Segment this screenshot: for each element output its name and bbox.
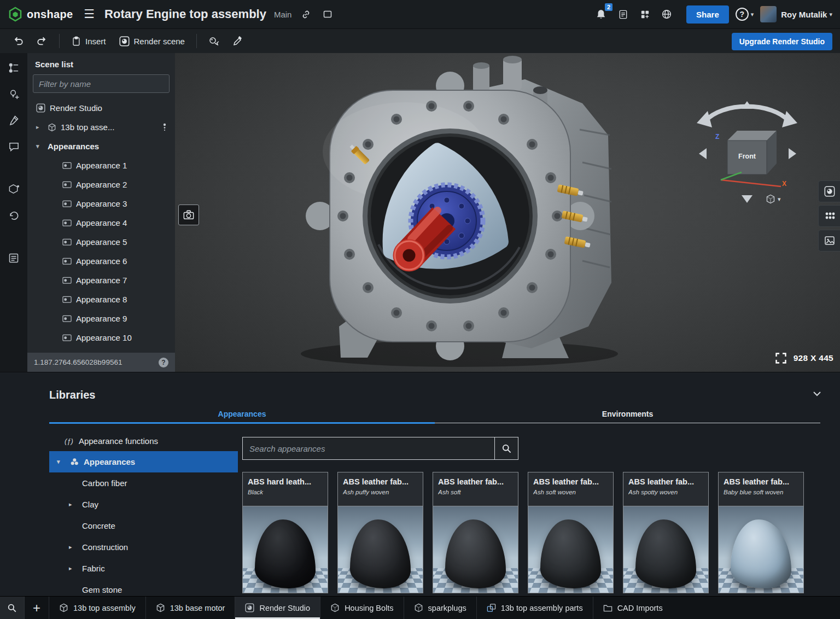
appearance-functions-row[interactable]: (ƒ) Appearance functions (49, 430, 238, 451)
appearance-variant: Ash spotty woven (628, 489, 703, 495)
scene-appearance-item[interactable]: Appearance 5 (27, 232, 175, 252)
user-menu[interactable]: Roy Mutalik (760, 6, 832, 22)
main-menu-icon[interactable]: ☰ (84, 8, 95, 20)
insert-label: Insert (85, 37, 106, 46)
appearance-search-input[interactable] (242, 437, 495, 460)
render-queue-icon[interactable] (3, 249, 25, 267)
scene-list-panel-icon[interactable] (3, 59, 25, 77)
appearance-name: ABS leather fab... (724, 477, 798, 486)
appearance-card[interactable]: ABS leather fab... Ash puffy woven (337, 472, 423, 593)
tree-item-label: Fabric (82, 564, 105, 573)
library-tree-item[interactable]: Appearances (49, 451, 238, 472)
upgrade-render-studio-button[interactable]: Upgrade Render Studio (732, 33, 832, 50)
light-indicator-icon[interactable] (162, 123, 167, 132)
document-tab[interactable]: Render Studio (235, 597, 320, 619)
library-tree-item[interactable]: Gem stone (49, 579, 238, 596)
apply-appearance-button[interactable] (203, 32, 224, 50)
tree-chevron-icon[interactable] (69, 501, 78, 508)
document-tab[interactable]: CAD Imports (593, 597, 673, 619)
tab-type-icon (59, 603, 68, 612)
appearance-brush-icon[interactable] (3, 111, 25, 130)
scene-appearance-item[interactable]: Appearance 2 (27, 175, 175, 194)
undo-button[interactable] (8, 32, 28, 50)
snapshot-gallery-button[interactable] (818, 230, 840, 252)
render-viewport[interactable]: Front Z X (175, 53, 840, 372)
versions-icon[interactable] (320, 7, 335, 22)
document-tab[interactable]: 13b top assembly (49, 597, 145, 619)
add-light-icon[interactable] (3, 85, 25, 103)
appearance-name: ABS leather fab... (533, 477, 608, 486)
help-menu[interactable]: ? (736, 8, 754, 21)
notifications-button[interactable]: 2 (593, 7, 609, 22)
appearance-variant: Baby blue soft woven (724, 489, 798, 495)
render-studio-icon (36, 103, 45, 113)
aspect-ratio-icon[interactable] (775, 352, 787, 364)
history-icon[interactable] (3, 206, 25, 225)
scene-assembly-row[interactable]: 13b top asse... (27, 118, 175, 137)
library-tree-item[interactable]: Construction (49, 536, 238, 558)
scene-appearance-item[interactable]: Appearance 1 (27, 156, 175, 175)
library-tree-item[interactable]: Concrete (49, 515, 238, 536)
scene-appearance-item[interactable]: Appearance 6 (27, 252, 175, 271)
libraries-collapse-icon[interactable] (813, 391, 821, 397)
scene-appearances-header[interactable]: Appearances (27, 137, 175, 156)
version-help-icon[interactable]: ? (159, 358, 168, 367)
comments-icon[interactable] (3, 137, 25, 156)
tree-chevron-icon[interactable] (69, 544, 78, 551)
tree-chevron-icon[interactable] (57, 458, 66, 465)
snapshot-camera-button[interactable] (178, 205, 199, 225)
app-store-icon[interactable] (637, 7, 652, 22)
libraries-title: Libraries (49, 389, 95, 401)
library-tree-item[interactable]: Fabric (49, 558, 238, 579)
appearance-card[interactable]: ABS hard leath... Black (242, 472, 328, 593)
share-button[interactable]: Share (686, 5, 729, 24)
scene-appearance-label: Appearance 7 (76, 276, 175, 285)
appearance-presets-button[interactable] (818, 205, 840, 227)
appearance-card[interactable]: ABS leather fab... Ash spotty woven (623, 472, 709, 593)
library-tree-item[interactable]: Clay (49, 494, 238, 515)
scene-appearance-item[interactable]: Appearance 10 (27, 328, 175, 347)
tree-item-label: Clay (82, 500, 98, 509)
document-tab[interactable]: 13b top assembly parts (476, 597, 593, 619)
tab-environments[interactable]: Environments (435, 408, 820, 424)
tab-appearances[interactable]: Appearances (49, 408, 435, 424)
expand-chevron-icon[interactable] (36, 124, 43, 131)
tab-type-icon (414, 603, 423, 612)
share-link-icon[interactable] (298, 7, 313, 22)
workspace-label[interactable]: Main (274, 10, 292, 19)
appearance-card[interactable]: ABS leather fab... Ash soft (433, 472, 518, 593)
document-tab[interactable]: Housing Bolts (320, 597, 403, 619)
scene-appearance-label: Appearance 5 (76, 237, 175, 247)
tab-search-button[interactable] (0, 597, 25, 619)
eyedropper-icon (232, 36, 243, 46)
scene-appearance-item[interactable]: Appearance 9 (27, 309, 175, 328)
scene-root-render-studio[interactable]: Render Studio (27, 98, 175, 118)
document-tab[interactable]: 13b base motor (145, 597, 235, 619)
library-tree-item[interactable]: Carbon fiber (49, 472, 238, 494)
scene-filter-input[interactable] (33, 74, 170, 93)
insert-button[interactable]: Insert (66, 33, 111, 50)
appearance-card[interactable]: ABS leather fab... Baby blue soft woven (718, 472, 804, 593)
scene-appearance-item[interactable]: Appearance 3 (27, 194, 175, 213)
onshape-logo[interactable]: onshape (8, 7, 73, 22)
render-panel-button[interactable] (818, 180, 840, 202)
tree-chevron-icon[interactable] (69, 565, 78, 572)
onshape-logo-icon (8, 7, 23, 22)
view-cube[interactable]: Front Z X (689, 87, 807, 215)
learning-center-icon[interactable] (659, 7, 674, 22)
appearance-card[interactable]: ABS leather fab... Ash soft woven (528, 472, 614, 593)
search-button[interactable] (495, 437, 518, 460)
collapse-chevron-icon[interactable] (36, 143, 43, 150)
scene-appearance-item[interactable]: Appearance 7 (27, 271, 175, 290)
scene-appearance-item[interactable]: Appearance 4 (27, 213, 175, 232)
help-model-icon[interactable] (3, 180, 25, 198)
redo-button[interactable] (32, 32, 52, 50)
render-scene-button[interactable]: Render scene (114, 33, 190, 50)
new-tab-button[interactable]: + (25, 597, 49, 619)
appearance-variant: Black (248, 489, 323, 495)
document-tab[interactable]: sparkplugs (404, 597, 476, 619)
pick-appearance-button[interactable] (228, 32, 248, 50)
scene-appearance-item[interactable]: Appearance 8 (27, 290, 175, 309)
whats-new-icon[interactable] (615, 7, 631, 22)
view-options-button[interactable] (766, 194, 781, 204)
